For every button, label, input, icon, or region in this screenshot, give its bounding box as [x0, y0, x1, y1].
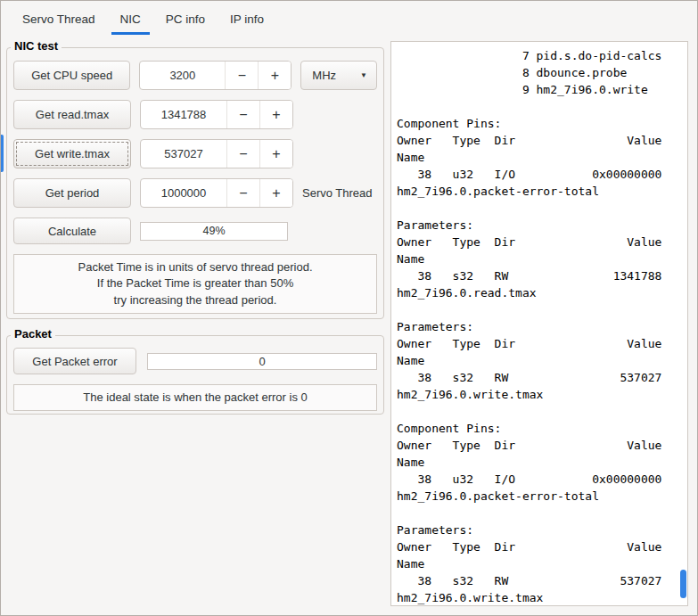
unit-dropdown[interactable]: MHz ▼ — [300, 61, 377, 90]
packet-error-note: The ideal state is when the packet error… — [13, 384, 377, 411]
packet-group: Packet Get Packet error 0 The ideal stat… — [6, 335, 384, 415]
tab-bar: Servo Thread NIC PC info IP info — [1, 1, 697, 35]
period-value[interactable]: 1000000 — [141, 179, 226, 207]
plus-icon[interactable]: + — [259, 179, 292, 207]
packet-error-row: Get Packet error 0 — [13, 348, 377, 374]
write-tmax-spinbox: 537027 − + — [140, 139, 293, 168]
packet-error-field[interactable]: 0 — [147, 353, 377, 370]
read-tmax-value[interactable]: 1341788 — [141, 101, 226, 128]
tab-ip-info[interactable]: IP info — [221, 4, 273, 35]
get-cpu-speed-button[interactable]: Get CPU speed — [13, 61, 130, 90]
get-write-tmax-button[interactable]: Get write.tmax — [13, 139, 131, 168]
minus-icon[interactable]: − — [225, 62, 258, 89]
period-row: Get period 1000000 − + Servo Thread — [13, 178, 377, 208]
packet-time-progress: 49% — [140, 222, 288, 241]
plus-icon[interactable]: + — [259, 140, 292, 168]
tab-nic[interactable]: NIC — [111, 4, 150, 35]
write-tmax-row: Get write.tmax 537027 − + — [13, 139, 377, 168]
plus-icon[interactable]: + — [258, 62, 291, 89]
minus-icon[interactable]: − — [226, 101, 259, 128]
period-spinbox: 1000000 − + — [140, 178, 293, 208]
vertical-scrollbar-thumb[interactable] — [680, 570, 686, 598]
unit-dropdown-value: MHz — [312, 69, 336, 82]
left-scrollbar-indicator[interactable] — [1, 135, 4, 172]
tab-servo-thread[interactable]: Servo Thread — [13, 4, 104, 35]
minus-icon[interactable]: − — [226, 179, 259, 207]
nic-test-group: NIC test Get CPU speed 3200 − + MHz ▼ Ge… — [6, 47, 384, 319]
packet-time-note: Packet Time is in units of servo thread … — [13, 254, 377, 314]
cpu-speed-spinbox: 3200 − + — [139, 61, 292, 90]
cpu-speed-value[interactable]: 3200 — [140, 62, 225, 89]
chevron-down-icon: ▼ — [360, 71, 367, 79]
nic-test-legend: NIC test — [11, 39, 62, 53]
get-period-button[interactable]: Get period — [13, 178, 131, 208]
get-packet-error-button[interactable]: Get Packet error — [13, 348, 136, 374]
read-tmax-row: Get read.tmax 1341788 − + — [13, 100, 377, 129]
hal-output-text: 7 pid.s.do-pid-calcs 8 dbounce.probe 9 h… — [391, 42, 687, 606]
packet-legend: Packet — [11, 327, 55, 341]
tab-pc-info[interactable]: PC info — [157, 4, 214, 35]
app-window: Servo Thread NIC PC info IP info NIC tes… — [0, 0, 698, 616]
cpu-speed-row: Get CPU speed 3200 − + MHz ▼ — [13, 61, 377, 90]
servo-thread-label: Servo Thread — [302, 186, 373, 200]
calculate-button[interactable]: Calculate — [13, 218, 131, 244]
calculate-row: Calculate 49% — [13, 218, 377, 244]
hal-output-panel[interactable]: 7 pid.s.do-pid-calcs 8 dbounce.probe 9 h… — [390, 41, 688, 606]
read-tmax-spinbox: 1341788 − + — [140, 100, 293, 129]
minus-icon[interactable]: − — [226, 140, 259, 168]
plus-icon[interactable]: + — [259, 101, 292, 128]
write-tmax-value[interactable]: 537027 — [141, 140, 226, 168]
get-read-tmax-button[interactable]: Get read.tmax — [13, 100, 131, 129]
